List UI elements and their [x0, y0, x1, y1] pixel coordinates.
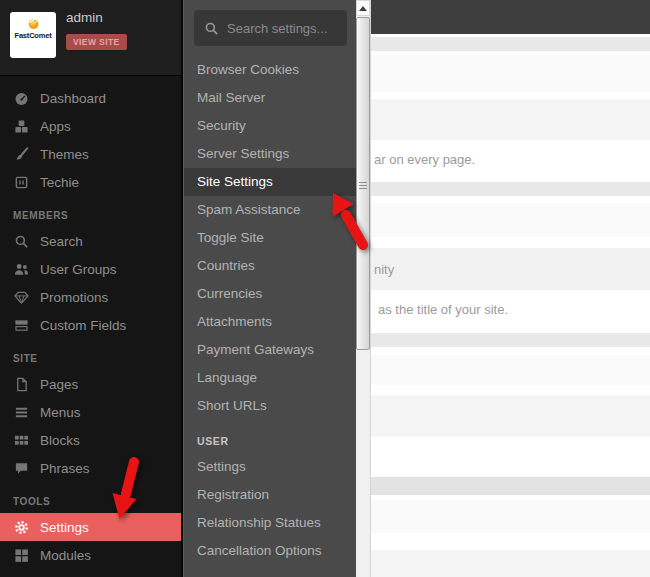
fastcomet-logo[interactable]: FastComet [10, 12, 56, 58]
sidebar: FastComet admin VIEW SITE Dashboard Apps [0, 0, 183, 577]
username-label: admin [66, 10, 103, 25]
content-text-fragment: ar on every page. [374, 152, 475, 167]
content-text-fragment: as the title of your site. [378, 302, 508, 317]
comet-icon [21, 12, 45, 30]
sidebar-item-themes[interactable]: Themes [0, 140, 181, 168]
settings-menu-list: Browser Cookies Mail Server Security Ser… [184, 56, 356, 420]
sidebar-item-custom-fields[interactable]: Custom Fields [0, 311, 181, 339]
settings-menu-item-short-urls[interactable]: Short URLs [184, 392, 356, 420]
settings-gear-icon [13, 519, 29, 535]
scrollbar-grip-icon [357, 180, 369, 189]
sidebar-item-modules[interactable]: Modules [0, 541, 181, 569]
content-header-bar [371, 0, 650, 34]
sidebar-item-search[interactable]: Search [0, 227, 181, 255]
settings-flyout-menu: Browser Cookies Mail Server Security Ser… [183, 0, 356, 577]
sidebar-item-label: Dashboard [40, 91, 106, 106]
sidebar-item-settings[interactable]: Settings [0, 513, 181, 541]
sidebar-item-label: Promotions [40, 290, 108, 305]
content-area: ar on every page. nity as the title of y… [371, 0, 650, 577]
content-row [371, 182, 650, 196]
settings-menu-item-attachments[interactable]: Attachments [184, 308, 356, 336]
sidebar-item-label: Themes [40, 147, 89, 162]
content-row [371, 55, 650, 92]
content-row [371, 248, 650, 290]
settings-menu-item-relationship-statues[interactable]: Relationship Statues [184, 509, 356, 537]
user-groups-icon [13, 261, 29, 277]
sidebar-item-label: Apps [40, 119, 71, 134]
sidebar-item-label: Techie [40, 175, 79, 190]
sidebar-section-tools: TOOLS [0, 496, 181, 507]
up-arrow-icon [359, 6, 367, 11]
sidebar-item-label: Menus [40, 405, 81, 420]
dashboard-icon [13, 90, 29, 106]
content-row [371, 37, 650, 51]
apps-icon [13, 118, 29, 134]
admin-panel-screen: FastComet admin VIEW SITE Dashboard Apps [0, 0, 650, 577]
settings-menu-item-payment-gateways[interactable]: Payment Gateways [184, 336, 356, 364]
sidebar-item-label: Pages [40, 377, 78, 392]
settings-search-box[interactable] [194, 10, 347, 46]
content-row [371, 500, 650, 533]
settings-search-input[interactable] [227, 21, 337, 36]
sidebar-item-label: User Groups [40, 262, 117, 277]
content-row [371, 355, 650, 385]
content-text-fragment: nity [374, 262, 394, 277]
sidebar-item-label: Modules [40, 548, 91, 563]
settings-menu-item-mail-server[interactable]: Mail Server [184, 84, 356, 112]
search-icon [204, 20, 219, 36]
settings-menu-item-site-settings[interactable]: Site Settings [184, 168, 356, 196]
settings-menu-item-toggle-site[interactable]: Toggle Site [184, 224, 356, 252]
sidebar-item-apps[interactable]: Apps [0, 112, 181, 140]
logo-text: FastComet [15, 31, 52, 40]
settings-menu-item-user-settings[interactable]: Settings [184, 453, 356, 481]
pages-icon [13, 376, 29, 392]
scrollbar-up-button[interactable] [356, 0, 370, 16]
scrollbar-thumb[interactable] [356, 17, 370, 350]
content-row [371, 203, 650, 237]
phrases-icon [13, 460, 29, 476]
content-row [371, 99, 650, 140]
settings-menu-item-spam-assistance[interactable]: Spam Assistance [184, 196, 356, 224]
view-site-button[interactable]: VIEW SITE [66, 34, 127, 50]
sidebar-item-label: Phrases [40, 461, 90, 476]
sidebar-item-label: Custom Fields [40, 318, 126, 333]
promotions-icon [13, 289, 29, 305]
flyout-scrollbar[interactable] [356, 0, 371, 577]
content-row [371, 395, 650, 437]
sidebar-item-techie[interactable]: Techie [0, 168, 181, 196]
settings-menu-item-security[interactable]: Security [184, 112, 356, 140]
themes-icon [13, 146, 29, 162]
settings-menu-section-user: USER [184, 435, 356, 447]
sidebar-item-blocks[interactable]: Blocks [0, 426, 181, 454]
techie-icon [13, 174, 29, 190]
content-row [371, 550, 650, 577]
settings-menu-user-list: Settings Registration Relationship Statu… [184, 453, 356, 565]
search-icon [13, 233, 29, 249]
content-row [371, 477, 650, 495]
settings-menu-item-currencies[interactable]: Currencies [184, 280, 356, 308]
sidebar-header: FastComet admin VIEW SITE [0, 0, 181, 76]
settings-menu-item-browser-cookies[interactable]: Browser Cookies [184, 56, 356, 84]
sidebar-section-members: MEMBERS [0, 210, 181, 221]
settings-menu-item-cancellation-options[interactable]: Cancellation Options [184, 537, 356, 565]
sidebar-item-label: Search [40, 234, 83, 249]
sidebar-item-promotions[interactable]: Promotions [0, 283, 181, 311]
blocks-icon [13, 432, 29, 448]
sidebar-nav: Dashboard Apps Themes Techie MEMB [0, 76, 181, 569]
content-row [371, 333, 650, 347]
sidebar-section-site: SITE [0, 353, 181, 364]
custom-fields-icon [13, 317, 29, 333]
sidebar-item-menus[interactable]: Menus [0, 398, 181, 426]
settings-menu-item-server-settings[interactable]: Server Settings [184, 140, 356, 168]
sidebar-item-pages[interactable]: Pages [0, 370, 181, 398]
sidebar-item-phrases[interactable]: Phrases [0, 454, 181, 482]
modules-icon [13, 547, 29, 563]
sidebar-item-label: Blocks [40, 433, 80, 448]
sidebar-item-user-groups[interactable]: User Groups [0, 255, 181, 283]
settings-menu-item-countries[interactable]: Countries [184, 252, 356, 280]
sidebar-item-label: Settings [40, 520, 89, 535]
sidebar-item-dashboard[interactable]: Dashboard [0, 84, 181, 112]
settings-menu-item-registration[interactable]: Registration [184, 481, 356, 509]
menus-icon [13, 404, 29, 420]
settings-menu-item-language[interactable]: Language [184, 364, 356, 392]
